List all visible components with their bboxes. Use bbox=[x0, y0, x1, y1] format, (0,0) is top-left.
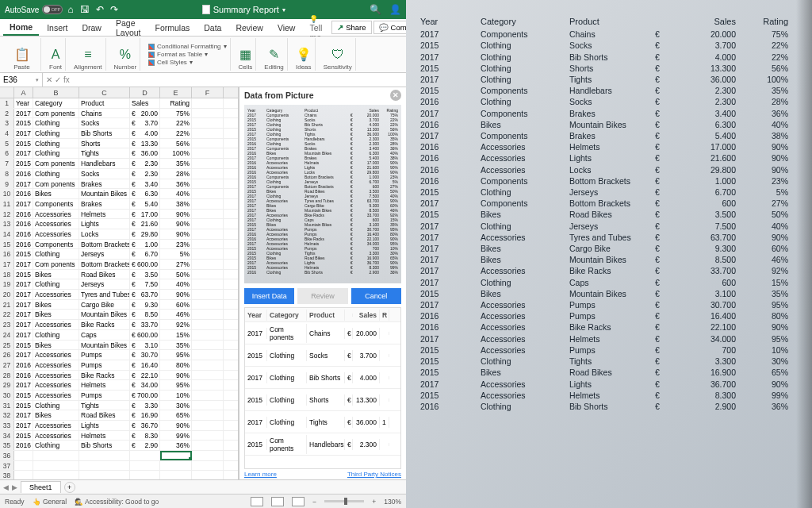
learn-more-link[interactable]: Learn more bbox=[244, 471, 277, 478]
table-row[interactable]: 312015ClothingTights3.3030% bbox=[0, 401, 238, 411]
tab-insert[interactable]: Insert bbox=[40, 21, 74, 35]
close-icon[interactable]: ✕ bbox=[390, 90, 401, 101]
table-row[interactable]: 42017ClothingBib Shorts4.0022% bbox=[0, 129, 238, 139]
paste-group[interactable]: 📋Paste bbox=[3, 38, 41, 71]
table-row[interactable]: 282016AccessoriesBike Racks22.1090% bbox=[0, 371, 238, 381]
table-row[interactable]: 292017AccessoriesHelmets34.0095% bbox=[0, 380, 238, 391]
zoom-level[interactable]: 130% bbox=[384, 498, 401, 506]
table-row[interactable]: 192017ClothingJerseys7.5040% bbox=[0, 279, 238, 290]
table-row[interactable]: 332017AccessoriesLights36.7090% bbox=[0, 421, 238, 431]
enter-fx-icon[interactable]: ✓ bbox=[55, 75, 61, 84]
undo-icon[interactable]: ↶ bbox=[96, 4, 104, 15]
table-row[interactable]: 62017ClothingTights36.00100% bbox=[0, 148, 238, 159]
share-button[interactable]: Share bbox=[331, 21, 371, 34]
table-row[interactable]: 122016AccessoriesHelmets17.0090% bbox=[0, 210, 238, 220]
cancel-button[interactable]: Cancel bbox=[351, 288, 401, 304]
add-sheet-button[interactable]: + bbox=[64, 482, 75, 493]
home-icon[interactable]: ⌂ bbox=[67, 4, 73, 15]
ideas-group[interactable]: 💡Ideas bbox=[293, 38, 316, 71]
conditional-formatting[interactable]: Conditional Formatting ▾ bbox=[148, 43, 226, 50]
col-header[interactable]: F bbox=[192, 87, 224, 98]
redo-icon[interactable]: ↷ bbox=[110, 4, 118, 15]
normal-view-button[interactable] bbox=[251, 497, 263, 506]
font-group[interactable]: AFont bbox=[46, 38, 66, 71]
table-row[interactable]: 82016ClothingSocks2.3028% bbox=[0, 169, 238, 179]
alignment-group[interactable]: ≡Alignment bbox=[71, 38, 106, 71]
sensitivity-group[interactable]: 🛡Sensitivity bbox=[320, 38, 356, 71]
extracted-row[interactable]: 2015Com ponentsHandlebars€2.300 bbox=[245, 433, 400, 456]
extracted-data-table[interactable]: YearCategoryProductSalesR 2017Com ponent… bbox=[244, 307, 401, 469]
table-row[interactable]: 102016BikesMountain Bikes6.3040% bbox=[0, 189, 238, 199]
name-box[interactable]: E36 bbox=[0, 73, 43, 87]
tab-review[interactable]: Review bbox=[229, 21, 269, 35]
col-header[interactable]: E bbox=[160, 87, 192, 98]
tab-nav-prev[interactable]: ◀ bbox=[3, 483, 9, 491]
table-row[interactable]: 222017BikesMountain Bikes8.5046% bbox=[0, 310, 238, 320]
table-row[interactable]: 32015ClothingSocks3.7022% bbox=[0, 118, 238, 129]
page-layout-view-button[interactable] bbox=[271, 497, 284, 506]
user-icon[interactable]: 👤 bbox=[389, 4, 401, 15]
col-header[interactable]: B bbox=[33, 87, 79, 98]
tab-formulas[interactable]: Formulas bbox=[148, 21, 196, 35]
table-row[interactable]: 112017ComponentsBrakes5.4038% bbox=[0, 199, 238, 210]
extracted-row[interactable]: 2017Com ponentsChains€20.000 bbox=[245, 322, 400, 344]
table-row[interactable]: 232017AccessoriesBike Racks33.7092% bbox=[0, 320, 238, 330]
table-row[interactable]: 52015ClothingShorts13.3056% bbox=[0, 139, 238, 149]
tab-data[interactable]: Data bbox=[197, 21, 228, 35]
table-row[interactable]: 242017ClothingCaps600.0015% bbox=[0, 330, 238, 341]
table-row[interactable]: 172017Com ponentsBottom Brackets600.0027… bbox=[0, 260, 238, 270]
table-row[interactable]: 202017AccessoriesTyres and Tubes63.7090% bbox=[0, 290, 238, 300]
autosave-toggle[interactable]: AutoSave OFF bbox=[5, 5, 63, 14]
insert-data-button[interactable]: Insert Data bbox=[244, 288, 294, 304]
extracted-row[interactable]: 2015ClothingShorts€13.300 bbox=[245, 389, 400, 411]
col-header[interactable]: D bbox=[130, 87, 160, 98]
tab-home[interactable]: Home bbox=[3, 20, 39, 36]
table-row[interactable]: 352016ClothingBib Shorts2.9036% bbox=[0, 441, 238, 451]
fx-icon[interactable]: fx bbox=[63, 75, 70, 84]
table-row[interactable]: 132016AccessoriesLights21.6090% bbox=[0, 219, 238, 229]
table-row[interactable]: 252015BikesMountain Bikes3.1035% bbox=[0, 341, 238, 351]
number-group[interactable]: %Number bbox=[111, 38, 140, 71]
zoom-slider[interactable] bbox=[324, 500, 364, 502]
cell-styles[interactable]: Cell Styles ▾ bbox=[148, 59, 226, 66]
extracted-row[interactable]: 2017ClothingBib Shorts€4.000 bbox=[245, 367, 400, 389]
col-header[interactable]: C bbox=[79, 87, 130, 98]
table-row[interactable]: 162015ClothingJerseys6.705% bbox=[0, 249, 238, 260]
editing-group[interactable]: ✎Editing bbox=[261, 38, 287, 71]
table-row[interactable]: 142016AccessoriesLocks29.8090% bbox=[0, 229, 238, 240]
extracted-row[interactable]: 2015ClothingSocks€3.700 bbox=[245, 344, 400, 367]
table-row[interactable]: 182015BikesRoad Bikes3.5050% bbox=[0, 270, 238, 280]
status-accessibility: 🕵 Accessibility: Good to go bbox=[75, 498, 159, 506]
page-break-view-button[interactable] bbox=[292, 497, 304, 506]
extracted-row[interactable]: 2017ClothingTights€36.0001 bbox=[245, 411, 400, 433]
spreadsheet-grid[interactable]: A B C D E F 1YearCategoryProductSalesRat… bbox=[0, 87, 239, 479]
tab-draw[interactable]: Draw bbox=[75, 21, 108, 35]
cells-group[interactable]: ▦Cells bbox=[236, 38, 257, 71]
search-icon[interactable]: 🔍 bbox=[370, 4, 381, 15]
review-button[interactable]: Review bbox=[297, 288, 347, 304]
tab-nav-next[interactable]: ▶ bbox=[12, 483, 17, 491]
table-row[interactable]: 72015Com ponentsHandlebars2.3035% bbox=[0, 159, 238, 169]
zoom-out[interactable]: − bbox=[312, 498, 316, 506]
sheet-tab[interactable]: Sheet1 bbox=[21, 481, 61, 493]
save-icon[interactable]: 🖫 bbox=[80, 4, 90, 15]
zoom-in[interactable]: + bbox=[372, 498, 376, 506]
col-header[interactable]: A bbox=[14, 87, 33, 98]
table-row[interactable]: 272016AccessoriesPumps16.4080% bbox=[0, 360, 238, 371]
tab-page-layout[interactable]: Page Layout bbox=[109, 16, 147, 40]
table-row[interactable]: 152016ComponentsBottom Brackets1.0023% bbox=[0, 240, 238, 250]
format-as-table[interactable]: Format as Table ▾ bbox=[148, 51, 226, 58]
toggle-icon[interactable]: OFF bbox=[42, 5, 63, 14]
table-row[interactable]: 342015AccessoriesHelmets8.3099% bbox=[0, 431, 238, 441]
table-row[interactable]: 92017Com ponentsBrakes3.4036% bbox=[0, 179, 238, 190]
table-row[interactable]: 262017AccessoriesPumps30.7095% bbox=[0, 350, 238, 360]
cancel-fx-icon[interactable]: ✕ bbox=[46, 75, 52, 84]
table-row[interactable]: 302015AccessoriesPumps700.0010% bbox=[0, 391, 238, 401]
table-row[interactable]: 212017BikesCargo Bike9.3060% bbox=[0, 300, 238, 310]
status-bar: Ready 👆 General 🕵 Accessibility: Good to… bbox=[0, 494, 406, 508]
table-row[interactable]: 22017Com ponentsChains20.0075% bbox=[0, 109, 238, 119]
third-party-notices-link[interactable]: Third Party Notices bbox=[347, 471, 401, 478]
select-all-corner[interactable] bbox=[0, 87, 14, 98]
table-row[interactable]: 322017BikesRoad Bikes16.9065% bbox=[0, 410, 238, 421]
tab-view[interactable]: View bbox=[271, 21, 302, 35]
